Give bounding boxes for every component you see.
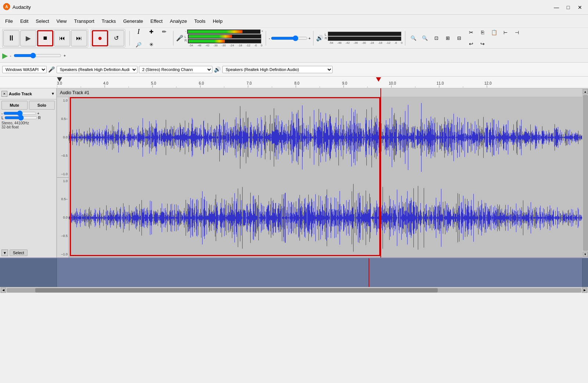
pause-button[interactable]: ⏸ <box>3 30 19 46</box>
collapse-button[interactable]: ▼ <box>1 249 8 256</box>
y-top--0.5: –0.5 <box>58 154 68 157</box>
track-name-label: Audio Track <box>9 92 50 96</box>
playback-volume-slider[interactable] <box>14 53 61 58</box>
pan-left-label: L <box>1 116 4 120</box>
waveform-canvas-top <box>69 97 582 178</box>
fit-project-button[interactable]: ⊡ <box>431 33 442 44</box>
menu-select[interactable]: Select <box>32 17 53 25</box>
scrollbar-thumb[interactable] <box>583 95 588 251</box>
api-select[interactable]: Windows WASAPI <box>2 66 47 73</box>
track-dropdown-arrow[interactable]: ▼ <box>51 92 55 96</box>
y-top--1.0: –1.0 <box>58 172 68 176</box>
track-title-bar: Audio Track #1 <box>57 88 582 97</box>
redo-button[interactable]: ↪ <box>477 38 488 49</box>
titlebar: A Audacity — □ ✕ <box>0 0 588 15</box>
menu-edit[interactable]: Edit <box>17 17 32 25</box>
playback-play-icon[interactable]: ▶ <box>2 51 8 60</box>
track-close-button[interactable]: ✕ <box>1 91 7 97</box>
record-button[interactable]: ● <box>92 30 108 46</box>
vu-fill-l <box>189 35 232 38</box>
scroll-right-button[interactable]: ▶ <box>582 288 587 293</box>
volume-group: - + <box>269 36 311 41</box>
svg-text:5.0: 5.0 <box>151 81 156 85</box>
h-scrollbar-thumb[interactable] <box>35 288 438 292</box>
horizontal-scrollbar[interactable]: ◀ ▶ <box>0 287 588 293</box>
output-lr-label: LR <box>325 33 327 40</box>
maximize-button[interactable]: □ <box>563 2 573 13</box>
svg-text:10.0: 10.0 <box>389 81 396 85</box>
zoom-in-button[interactable]: 🔍 <box>408 33 419 44</box>
cut-button[interactable]: ✂ <box>466 27 477 38</box>
envelope-tool-button[interactable]: ✚ <box>145 25 158 38</box>
output-device-select[interactable]: Speakers (Realtek High Definition Audio) <box>222 66 333 73</box>
skip-start-button[interactable]: ⏮ <box>54 30 70 46</box>
bottom-scrollbar <box>582 258 588 287</box>
silence-button[interactable]: ⊣ <box>511 27 522 38</box>
trim-button[interactable]: ⊢ <box>500 27 511 38</box>
menu-help[interactable]: Help <box>209 17 226 25</box>
waveform-bottom-channel: 1.0 0.5– 0.0 –0.5 –1.0 <box>57 178 582 258</box>
play-button[interactable]: ▶ <box>20 30 36 46</box>
pan-slider[interactable] <box>4 116 37 120</box>
y-top-0.0: 0.0 <box>58 135 68 139</box>
scroll-down-button[interactable]: ▼ <box>583 252 588 257</box>
input-vu-left-fill <box>188 30 243 33</box>
paste-button[interactable]: 📋 <box>488 27 499 38</box>
y-top-0.5: 0.5– <box>58 117 68 121</box>
scroll-left-button[interactable]: ◀ <box>1 288 6 293</box>
time-ruler: 3.0 4.0 5.0 6.0 7.0 8.0 9.0 10.0 11.0 <box>0 77 588 88</box>
mute-solo-controls: Mute Solo <box>0 99 56 111</box>
select-button[interactable]: Select <box>10 249 28 256</box>
svg-text:A: A <box>5 4 8 9</box>
vertical-scrollbar[interactable]: ▲ ▼ <box>582 88 588 258</box>
zoom-group: 🔍 🔍 ⊡ ⊞ ⊟ <box>408 33 465 44</box>
volume-slider[interactable] <box>271 36 308 41</box>
zoom-out-button[interactable]: 🔍 <box>419 33 430 44</box>
zoom-toggle-button[interactable]: ⊟ <box>453 33 465 44</box>
input-vu-left <box>187 29 261 34</box>
close-button[interactable]: ✕ <box>575 2 585 13</box>
track-bottom-controls: ▼ Select <box>0 248 56 258</box>
multi-tool-button[interactable]: ✳ <box>145 38 158 51</box>
undo-button[interactable]: ↩ <box>466 38 477 49</box>
menu-transport[interactable]: Transport <box>70 17 98 25</box>
end-position-marker <box>376 77 381 82</box>
main-toolbar: ⏸ ▶ ■ ⏮ ⏭ ● ↺ I ✚ ✏ 🔎 ✳ 🎤 - <box>0 28 588 49</box>
loop-button[interactable]: ↺ <box>108 30 124 46</box>
mute-button[interactable]: Mute <box>1 101 28 110</box>
minimize-button[interactable]: — <box>551 2 562 13</box>
output-vu-meter-l <box>328 32 401 36</box>
menu-tools[interactable]: Tools <box>191 17 209 25</box>
menu-tracks[interactable]: Tracks <box>98 17 120 25</box>
record-group: ● ↺ <box>91 29 125 47</box>
start-position-marker <box>57 77 62 82</box>
scroll-up-button[interactable]: ▲ <box>583 89 588 94</box>
playback-volume-minus: - <box>10 53 11 58</box>
svg-text:11.0: 11.0 <box>437 81 444 85</box>
menu-effect[interactable]: Effect <box>147 17 166 25</box>
menu-analyze[interactable]: Analyze <box>166 17 190 25</box>
app-title: Audacity <box>12 4 551 10</box>
volume-minus-label: - <box>269 36 270 40</box>
volume-plus-label: + <box>308 36 311 40</box>
svg-text:3.0: 3.0 <box>57 81 62 85</box>
bottom-track-panel <box>0 258 57 287</box>
input-device-select[interactable]: Speakers (Realtek High Definition Audio)… <box>57 66 137 73</box>
zoom-tool-button[interactable]: 🔎 <box>132 38 145 51</box>
menu-generate[interactable]: Generate <box>119 17 147 25</box>
solo-button[interactable]: Solo <box>29 101 55 110</box>
workspace: ✕ Audio Track ▼ Mute Solo - + L R Stereo… <box>0 88 588 258</box>
toolbar-separator-4 <box>313 31 313 46</box>
ruler-svg: 3.0 4.0 5.0 6.0 7.0 8.0 9.0 10.0 11.0 <box>57 77 588 88</box>
copy-button[interactable]: ⎘ <box>477 27 488 38</box>
playback-volume-plus: + <box>64 53 66 58</box>
selection-tool-button[interactable]: I <box>132 25 145 38</box>
menu-view[interactable]: View <box>53 17 71 25</box>
playback-toolbar: ▶ - + <box>0 49 588 63</box>
fit-track-button[interactable]: ⊞ <box>442 33 453 44</box>
skip-end-button[interactable]: ⏭ <box>71 30 87 46</box>
stop-button[interactable]: ■ <box>37 30 53 46</box>
menu-file[interactable]: File <box>1 17 17 25</box>
draw-tool-button[interactable]: ✏ <box>158 25 171 38</box>
channels-select[interactable]: 2 (Stereo) Recording Chann <box>139 66 212 73</box>
